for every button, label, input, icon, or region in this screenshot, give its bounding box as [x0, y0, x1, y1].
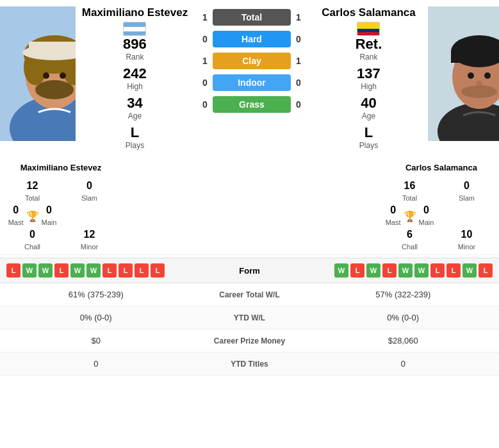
right-age-box: 40 Age: [313, 95, 425, 120]
left-rank-label: Rank: [79, 53, 191, 62]
right-age-value: 40: [313, 95, 425, 112]
left-age-box: 34 Age: [79, 95, 191, 120]
indoor-row: 0 Indoor 0: [197, 74, 306, 91]
career-wl-label: Career Total W/L: [186, 290, 314, 299]
hard-score-right: 0: [291, 34, 306, 44]
right-chall-minor-spacer: [441, 204, 493, 228]
left-high-value: 242: [79, 65, 191, 82]
right-form-badge: W: [398, 263, 413, 278]
left-form-badge: W: [86, 263, 101, 278]
grass-row: 0 Grass 0: [197, 96, 306, 113]
main-container: Maximiliano Estevez 896 Rank 242 High 34…: [0, 0, 499, 376]
right-age-label: Age: [313, 112, 425, 120]
left-total-lbl: Total: [25, 194, 40, 202]
right-slam-val: 0: [464, 180, 470, 191]
grass-score-left: 0: [197, 99, 213, 110]
left-main-lbl: Main: [42, 219, 57, 226]
left-main-val: 0: [46, 204, 52, 215]
right-form-badge: L: [446, 263, 461, 278]
left-slam-cell: 0 Slam: [63, 180, 115, 203]
left-player-name-bottom: Maximiliano Estevez: [6, 163, 115, 172]
right-main-val: 0: [423, 204, 429, 215]
left-plays-box: L Plays: [79, 124, 191, 150]
right-plays-label: Plays: [313, 141, 425, 150]
right-mast-trophy-row: 0 Mast 🏆 0 Main: [384, 204, 436, 228]
grass-badge: Grass: [213, 96, 291, 113]
left-chall-val: 0: [29, 229, 35, 240]
svg-rect-15: [451, 50, 499, 63]
right-stats-grid: 16 Total 0 Slam 0 Mast 🏆 0 Main 6: [384, 180, 493, 252]
svg-point-18: [484, 72, 491, 79]
left-mast-val: 0: [13, 204, 19, 215]
left-ytd-wl: 0% (0-0): [6, 313, 186, 322]
left-player-stats: Maximiliano Estevez 896 Rank 242 High 34…: [76, 6, 194, 154]
left-player-photo: [0, 6, 76, 141]
left-total-val: 12: [27, 180, 38, 191]
right-minor-val: 10: [461, 229, 473, 240]
indoor-badge: Indoor: [213, 74, 291, 91]
left-form-badge: L: [102, 263, 117, 278]
top-section: Maximiliano Estevez 896 Rank 242 High 34…: [0, 0, 499, 160]
total-score-left: 1: [197, 12, 213, 22]
total-badge: Total: [213, 9, 291, 26]
left-form-badge: L: [119, 263, 133, 278]
clay-badge: Clay: [213, 53, 291, 69]
clay-score-right: 1: [291, 56, 306, 66]
right-form: WLWLWWLLWL: [301, 263, 493, 278]
right-mast-lbl: Mast: [386, 219, 401, 226]
right-total-cell: 16 Total: [384, 180, 436, 203]
svg-point-8: [43, 72, 49, 79]
right-high-value: 137: [313, 65, 425, 82]
center-match-section: 1 Total 1 0 Hard 0 1 Clay 1 0 Indoor 0: [194, 6, 309, 154]
ytd-titles-label: YTD Titles: [186, 360, 314, 369]
right-form-badge: L: [350, 263, 364, 278]
right-plays-value: L: [313, 124, 425, 141]
left-form-badge: W: [38, 263, 53, 278]
right-form-badge: L: [430, 263, 445, 278]
right-total-lbl: Total: [402, 194, 417, 202]
right-player-name: Carlos Salamanca: [322, 6, 415, 19]
hard-badge: Hard: [213, 31, 291, 47]
right-form-badge: W: [334, 263, 348, 278]
right-form-badge: W: [462, 263, 477, 278]
left-form: LWWLWWLLLL: [6, 263, 199, 278]
right-ytd-titles: 0: [314, 359, 493, 369]
right-mast-cell: 0 Mast: [386, 204, 401, 228]
left-form-badge: L: [54, 263, 69, 278]
career-wl-row: 61% (375-239) Career Total W/L 57% (322-…: [0, 283, 499, 306]
player-name-row: Maximiliano Estevez Carlos Salamanca: [0, 160, 499, 178]
left-player-name: Maximiliano Estevez: [82, 6, 188, 19]
right-player-name-bottom: Carlos Salamanca: [390, 163, 493, 172]
left-chall-cell: 0 Chall: [6, 229, 58, 252]
left-rank-value: 896: [79, 36, 191, 53]
left-plays-value: L: [79, 124, 191, 141]
left-form-badge: L: [151, 263, 165, 278]
left-trophy-icon: 🏆: [26, 210, 39, 222]
indoor-score-right: 0: [291, 78, 306, 88]
left-high-label: High: [79, 82, 191, 91]
right-main-lbl: Main: [419, 219, 434, 226]
clay-row: 1 Clay 1: [197, 53, 306, 69]
hard-row: 0 Hard 0: [197, 31, 306, 47]
left-form-badge: L: [6, 263, 20, 278]
left-stats-grid: 12 Total 0 Slam 0 Mast 🏆 0 Main 0: [6, 180, 115, 252]
left-chall-lbl: Chall: [24, 243, 40, 251]
left-form-badge: W: [22, 263, 37, 278]
prize-row: $0 Career Prize Money $28,060: [0, 329, 499, 353]
left-form-badge: W: [70, 263, 85, 278]
left-total-cell: 12 Total: [6, 180, 58, 203]
left-mast-lbl: Mast: [8, 219, 24, 226]
right-form-badge: W: [366, 263, 380, 278]
left-age-label: Age: [79, 112, 191, 120]
right-prize: $28,060: [314, 336, 493, 345]
left-career-wl: 61% (375-239): [6, 290, 186, 299]
right-player-stats: Carlos Salamanca Ret. Rank 137 High 40 A…: [309, 6, 428, 154]
left-form-badge: L: [135, 263, 149, 278]
svg-point-16: [461, 85, 497, 98]
right-form-badge: L: [479, 263, 493, 278]
left-slam-val: 0: [86, 180, 92, 191]
left-mast-trophy-row: 0 Mast 🏆 0 Main: [6, 204, 58, 228]
left-age-value: 34: [79, 95, 191, 112]
clay-score-left: 1: [197, 56, 213, 66]
right-chall-cell: 6 Chall: [384, 229, 436, 252]
